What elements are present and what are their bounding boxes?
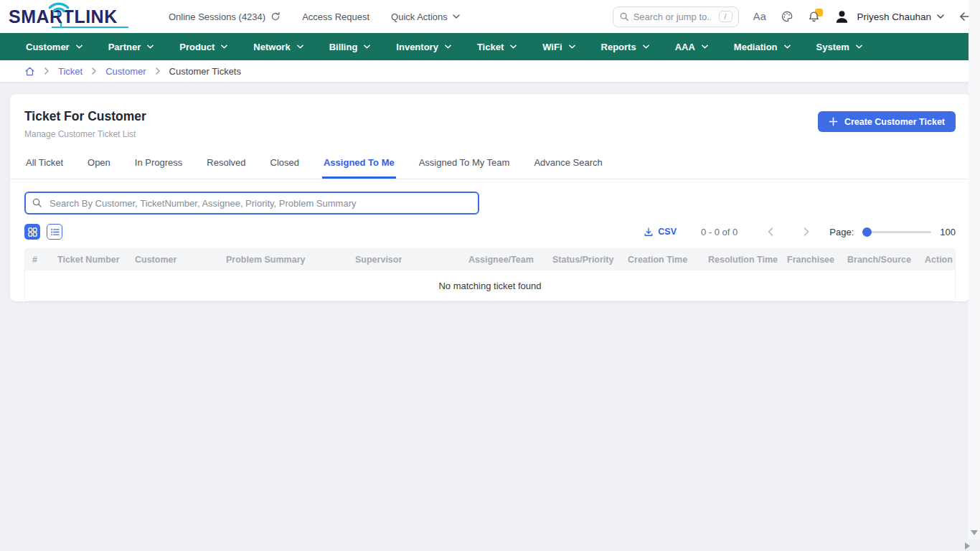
- empty-state-row: No matching ticket found: [25, 270, 955, 301]
- create-button-label: Create Customer Ticket: [844, 117, 945, 127]
- nav-item[interactable]: WiFi: [532, 33, 585, 60]
- breadcrumb-item: Customer Tickets: [146, 66, 241, 77]
- breadcrumb-link[interactable]: Customer: [105, 66, 146, 77]
- tab[interactable]: All Ticket: [24, 151, 65, 179]
- column-header[interactable]: Action: [925, 255, 955, 265]
- scroll-down-arrow-icon[interactable]: [971, 530, 978, 535]
- nav-item-label: Inventory: [396, 42, 438, 52]
- chevron-down-icon: [856, 44, 862, 49]
- user-avatar[interactable]: [834, 9, 849, 24]
- chevron-right-icon: [156, 67, 160, 75]
- tab[interactable]: Open: [86, 151, 112, 179]
- chevron-down-icon: [784, 44, 791, 49]
- tab[interactable]: Closed: [269, 151, 301, 179]
- column-header[interactable]: Customer: [135, 255, 226, 265]
- chevron-down-icon: [364, 44, 370, 49]
- tab[interactable]: Assigned To Me: [322, 151, 396, 179]
- tab[interactable]: Resolved: [205, 151, 247, 179]
- wifi-icon: [47, 1, 70, 16]
- nav-item-label: System: [816, 42, 849, 52]
- quick-actions-menu[interactable]: Quick Actions: [391, 11, 460, 22]
- quick-actions-label: Quick Actions: [391, 11, 448, 22]
- nav-item[interactable]: Reports: [591, 33, 659, 60]
- chevron-right-icon: [44, 67, 49, 75]
- pagination-range: 0 - 0 of 0: [701, 227, 738, 237]
- nav-item[interactable]: Mediation: [724, 33, 801, 60]
- nav-item[interactable]: Partner: [98, 33, 164, 60]
- notifications-bell-icon[interactable]: [808, 11, 820, 23]
- ticket-search-input[interactable]: [24, 192, 479, 215]
- column-header[interactable]: #: [32, 255, 57, 265]
- nav-item[interactable]: Product: [169, 33, 237, 60]
- global-search[interactable]: /: [613, 6, 739, 27]
- chevron-right-icon: [92, 67, 96, 75]
- tab[interactable]: Assigned To My Team: [418, 151, 512, 179]
- refresh-icon[interactable]: [270, 11, 281, 22]
- scroll-right-arrow-icon[interactable]: [965, 542, 970, 550]
- vertical-scrollbar[interactable]: [969, 0, 980, 540]
- chevron-down-icon: [643, 44, 649, 49]
- tickets-table: #Ticket NumberCustomerProblem SummarySup…: [24, 248, 956, 301]
- search-icon: [32, 197, 42, 208]
- nav-item[interactable]: System: [806, 33, 872, 60]
- column-header[interactable]: Branch/Source: [847, 255, 925, 265]
- nav-item[interactable]: Billing: [319, 33, 381, 60]
- grid-view-icon[interactable]: [24, 224, 40, 240]
- column-header[interactable]: Assignee/Team: [468, 255, 552, 265]
- chevron-down-icon: [510, 44, 517, 49]
- column-header[interactable]: Resolution Time: [708, 255, 787, 265]
- breadcrumb-item: Ticket: [35, 66, 83, 77]
- page-size-label: Page:: [829, 227, 854, 237]
- user-menu[interactable]: Priyesh Chauhan: [857, 11, 944, 22]
- smartlink-logo[interactable]: SMARTLINK: [9, 8, 134, 26]
- chevron-down-icon: [569, 44, 575, 49]
- main-nav: Customer Partner Product Network Billing: [0, 33, 980, 60]
- access-request-link[interactable]: Access Request: [302, 11, 369, 22]
- ticket-search[interactable]: [24, 192, 479, 215]
- previous-page-icon[interactable]: [768, 227, 773, 236]
- tab[interactable]: In Progress: [133, 151, 184, 179]
- breadcrumb-link[interactable]: Customer Tickets: [169, 66, 241, 77]
- online-sessions[interactable]: Online Sessions (4234): [169, 11, 281, 22]
- list-view-icon[interactable]: [47, 224, 62, 240]
- pagination-tools: CSV 0 - 0 of 0 Page: 100: [644, 227, 956, 237]
- chevron-down-icon: [221, 44, 227, 49]
- nav-item-label: Ticket: [477, 42, 504, 52]
- nav-item-label: Product: [179, 42, 215, 52]
- slider-handle[interactable]: [862, 227, 872, 237]
- plus-icon: [829, 117, 838, 126]
- breadcrumb-link[interactable]: Ticket: [58, 66, 83, 77]
- home-icon[interactable]: [24, 66, 35, 77]
- nav-item-label: WiFi: [542, 42, 562, 52]
- nav-item[interactable]: Ticket: [467, 33, 527, 60]
- nav-item-label: Billing: [329, 42, 358, 52]
- column-header[interactable]: Problem Summary: [226, 255, 355, 265]
- column-header[interactable]: Status/Priority: [552, 255, 628, 265]
- csv-export-button[interactable]: CSV: [644, 227, 677, 237]
- column-header[interactable]: Ticket Number: [57, 255, 135, 265]
- global-search-input[interactable]: [633, 11, 711, 22]
- column-header[interactable]: Franchisee: [787, 255, 847, 265]
- page-size-value: 100: [940, 227, 956, 237]
- text-size-toggle[interactable]: Aa: [753, 11, 767, 22]
- view-toggles: [24, 224, 62, 240]
- create-customer-ticket-button[interactable]: Create Customer Ticket: [818, 111, 956, 132]
- nav-item[interactable]: AAA: [665, 33, 718, 60]
- breadcrumb-items: Ticket Customer Customer Tickets: [35, 66, 241, 77]
- nav-item[interactable]: Inventory: [386, 33, 461, 60]
- theme-palette-icon[interactable]: [781, 10, 793, 23]
- chevron-down-icon: [76, 44, 83, 49]
- page-size-slider[interactable]: [862, 227, 931, 237]
- logo-underline: [52, 27, 128, 28]
- ticket-tabs: All TicketOpenIn ProgressResolvedClosedA…: [10, 151, 970, 179]
- nav-item[interactable]: Network: [243, 33, 313, 60]
- page-title: Ticket For Customer: [24, 109, 146, 124]
- column-header[interactable]: Supervisor: [355, 255, 468, 265]
- column-header[interactable]: Creation Time: [628, 255, 708, 265]
- nav-item[interactable]: Customer: [16, 33, 93, 60]
- page-subtitle: Manage Customer Ticket List: [24, 129, 146, 139]
- table-toolbar: CSV 0 - 0 of 0 Page: 100: [10, 215, 970, 246]
- tab[interactable]: Advance Search: [532, 151, 603, 179]
- empty-message: No matching ticket found: [438, 281, 541, 291]
- next-page-icon[interactable]: [804, 227, 809, 236]
